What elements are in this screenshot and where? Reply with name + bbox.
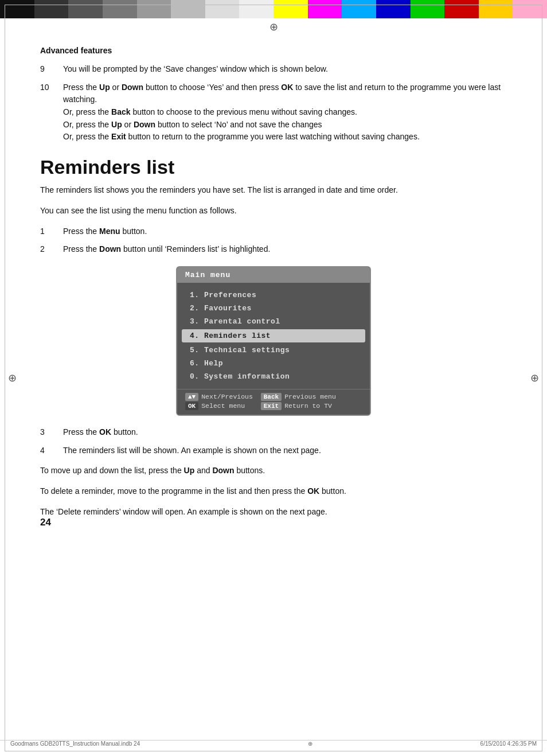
page-number: 24	[40, 517, 51, 528]
step-9-num: 9	[40, 63, 63, 76]
step-3-num: 3	[40, 426, 63, 439]
menu-items-list: 1. Preferences 2. Favourites 3. Parental…	[177, 283, 370, 389]
color-bar	[0, 0, 547, 18]
step-4-text: The reminders list will be shown. An exa…	[63, 445, 507, 457]
step-1-text: Press the Menu button.	[63, 225, 507, 238]
menu-header: Main menu	[177, 267, 370, 283]
step-4-num: 4	[40, 445, 63, 457]
menu-footer: ▲▼ Next/Previous Back Previous menu OK S…	[177, 389, 370, 415]
step-1-num: 1	[40, 225, 63, 238]
menu-item-4: 4. Reminders list	[182, 329, 365, 342]
swatch-cyan	[342, 0, 376, 18]
footer-right: 6/15/2010 4:26:35 PM	[480, 741, 537, 747]
main-content: Advanced features 9 You will be prompted…	[0, 18, 547, 560]
swatch-2	[34, 0, 69, 18]
step-2-text: Press the Down button until ‘Reminders l…	[63, 243, 507, 256]
footer-row-1: ▲▼ Next/Previous Back Previous menu	[185, 393, 362, 401]
step-3-text: Press the OK button.	[63, 426, 507, 439]
swatch-8	[239, 0, 274, 18]
swatch-red	[444, 0, 479, 18]
step-2-num: 2	[40, 243, 63, 256]
footer-label-3: Select menu	[201, 402, 261, 410]
menu-item-0: 0. System information	[177, 370, 370, 383]
swatch-magenta	[308, 0, 342, 18]
step-10: 10 Press the Up or Down button to choose…	[40, 81, 507, 143]
page-footer: Goodmans GDB20TTS_Instruction Manual.ind…	[0, 740, 547, 747]
footer-label-2: Previous menu	[284, 393, 336, 400]
footer-label-1: Next/Previous	[201, 393, 261, 400]
menu-item-1: 1. Preferences	[177, 289, 370, 302]
swatch-yellow	[274, 0, 308, 18]
footer-label-4: Return to TV	[284, 402, 332, 410]
step-3: 3 Press the OK button.	[40, 426, 507, 439]
step-9-text: You will be prompted by the ‘Save change…	[63, 63, 507, 76]
key-arrows: ▲▼	[185, 393, 198, 401]
step-4: 4 The reminders list will be shown. An e…	[40, 445, 507, 457]
swatch-7	[205, 0, 240, 18]
swatch-1	[0, 0, 34, 18]
footer-row-2: OK Select menu Exit Return to TV	[185, 402, 362, 410]
menu-screenshot: Main menu 1. Preferences 2. Favourites 3…	[176, 266, 371, 416]
step-10-num: 10	[40, 81, 63, 143]
swatch-3	[68, 0, 103, 18]
intro-para-2: You can see the list using the menu func…	[40, 205, 507, 217]
swatch-blue	[376, 0, 411, 18]
menu-item-2: 2. Favourites	[177, 302, 370, 315]
swatch-5	[137, 0, 171, 18]
step-10-text: Press the Up or Down button to choose ‘Y…	[63, 81, 507, 143]
menu-item-6: 6. Help	[177, 357, 370, 370]
step-9: 9 You will be prompted by the ‘Save chan…	[40, 63, 507, 76]
bottom-para-2: To delete a reminder, move to the progra…	[40, 485, 507, 498]
bottom-para-1: To move up and down the list, press the …	[40, 465, 507, 477]
bottom-para-3: The ‘Delete reminders’ window will open.…	[40, 506, 507, 519]
menu-item-5: 5. Technical settings	[177, 344, 370, 357]
key-back: Back	[261, 393, 282, 401]
key-ok: OK	[185, 402, 198, 410]
intro-para-1: The reminders list shows you the reminde…	[40, 184, 507, 197]
big-heading: Reminders list	[40, 156, 507, 178]
step-1: 1 Press the Menu button.	[40, 225, 507, 238]
key-exit: Exit	[261, 402, 282, 410]
menu-item-3: 3. Parental control	[177, 315, 370, 328]
footer-left: Goodmans GDB20TTS_Instruction Manual.ind…	[10, 741, 140, 747]
swatch-6	[171, 0, 205, 18]
step-2: 2 Press the Down button until ‘Reminders…	[40, 243, 507, 256]
swatch-green	[411, 0, 445, 18]
swatch-pink	[513, 0, 547, 18]
footer-center-mark: ⊕	[308, 741, 312, 747]
swatch-gold	[479, 0, 513, 18]
section-heading: Advanced features	[40, 46, 507, 55]
swatch-4	[103, 0, 137, 18]
